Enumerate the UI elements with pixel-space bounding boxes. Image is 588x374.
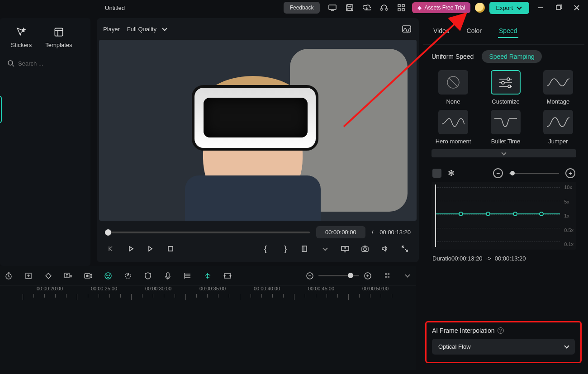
preset-hero[interactable]: Hero moment — [432, 110, 474, 145]
svg-rect-7 — [398, 9, 400, 11]
speed-ramping-button[interactable]: Speed Ramping — [482, 50, 541, 63]
titlebar: Untitled Feedback ◆ Assets Free Trial Ex… — [0, 0, 588, 15]
search-input[interactable] — [18, 60, 94, 67]
speed-ramp-graph[interactable]: 10x 5x 1x 0.5x 0.1x — [432, 182, 576, 250]
feedback-button[interactable]: Feedback — [284, 2, 320, 14]
svg-rect-14 — [302, 246, 307, 251]
expand-presets[interactable] — [432, 149, 576, 157]
export-button[interactable]: Export — [489, 2, 529, 14]
display-out-icon[interactable] — [339, 243, 351, 255]
quality-value: Full Quality — [127, 26, 156, 33]
window-minimize[interactable] — [534, 1, 547, 14]
stopwatch-icon[interactable] — [4, 271, 14, 281]
apps-grid-icon[interactable] — [395, 1, 408, 14]
prev-frame-button[interactable] — [105, 243, 117, 255]
volume-icon[interactable] — [379, 243, 391, 255]
preset-hero-label: Hero moment — [436, 138, 471, 145]
ramp-key-1[interactable] — [459, 212, 463, 216]
assets-trial-button[interactable]: ◆ Assets Free Trial — [412, 2, 470, 13]
help-icon[interactable]: ? — [498, 327, 504, 334]
scope-icon[interactable] — [401, 23, 413, 35]
time-total: 00:00:13:20 — [379, 229, 411, 236]
scrub-playhead[interactable] — [105, 229, 111, 236]
freeze-frame-icon[interactable]: ✻ — [448, 168, 455, 178]
screen-icon[interactable] — [326, 1, 339, 14]
video-preview[interactable] — [99, 40, 417, 221]
scrub-track[interactable] — [105, 232, 310, 233]
tab-templates[interactable]: Templates — [45, 26, 72, 48]
cloud-down-icon[interactable] — [360, 1, 373, 14]
zoom-out-graph[interactable]: − — [493, 168, 503, 178]
graph-zoom-slider[interactable] — [509, 173, 559, 174]
zoom-out-timeline[interactable] — [305, 271, 315, 281]
ramp-key-4[interactable] — [539, 212, 544, 216]
svg-rect-1 — [346, 5, 353, 11]
quality-select[interactable]: Full Quality — [127, 26, 166, 33]
zoom-slider[interactable] — [318, 275, 359, 276]
keyframe-diamond-icon[interactable] — [43, 271, 53, 281]
duration-row: Duratio00:00:13:20 -> 00:00:13:20 — [423, 250, 584, 267]
graph-playhead[interactable] — [435, 185, 436, 247]
zoom-in-graph[interactable]: + — [565, 168, 575, 178]
svg-rect-13 — [168, 246, 173, 251]
time-current: 00:00:00:00 — [316, 226, 365, 238]
zoom-slider-head[interactable] — [348, 273, 353, 278]
tab-stickers[interactable]: Stickers — [11, 26, 32, 48]
ruler-label: 00:00:45:00 — [308, 286, 334, 291]
fit-width-icon[interactable] — [223, 271, 232, 281]
export-label: Export — [496, 5, 513, 11]
fullscreen-icon[interactable] — [399, 243, 411, 255]
headset-icon[interactable] — [378, 1, 390, 14]
shield-icon[interactable] — [143, 271, 153, 281]
chevron-down-icon[interactable] — [319, 243, 331, 255]
window-close[interactable] — [570, 1, 583, 14]
graph-y-ticks: 10x 5x 1x 0.5x 0.1x — [564, 185, 574, 247]
preset-bullet[interactable]: Bullet Time — [485, 110, 526, 145]
play-button[interactable] — [125, 243, 137, 255]
timeline-ruler[interactable]: 00:00:20:0000:00:25:0000:00:30:0000:00:3… — [0, 286, 416, 300]
play-forward-button[interactable] — [145, 243, 156, 255]
crop-fit-icon[interactable] — [24, 271, 33, 281]
track-layout-icon[interactable] — [383, 271, 393, 281]
svg-rect-2 — [348, 8, 351, 10]
mic-icon[interactable] — [163, 271, 173, 281]
uniform-speed-button[interactable]: Uniform Speed — [432, 53, 474, 60]
stop-button[interactable] — [165, 243, 176, 255]
preset-jumper[interactable]: Jumper — [537, 110, 579, 145]
window-maximize[interactable] — [552, 1, 565, 14]
zoom-in-timeline[interactable] — [363, 271, 373, 281]
record-cam-icon[interactable] — [83, 271, 93, 281]
mark-in-icon[interactable]: { — [260, 243, 271, 255]
ai-method-select[interactable]: Optical Flow — [432, 339, 575, 355]
save-icon[interactable] — [343, 1, 356, 14]
keyframe-toggle[interactable] — [432, 169, 441, 178]
tab-color[interactable]: Color — [466, 24, 483, 38]
text-tool-icon[interactable] — [63, 271, 73, 281]
preset-customize[interactable]: Customize — [485, 70, 526, 105]
crop-ratio-icon[interactable] — [299, 243, 311, 255]
svg-point-26 — [86, 275, 88, 277]
chevron-down-icon[interactable] — [403, 271, 413, 281]
preset-montage[interactable]: Montage — [537, 70, 579, 105]
ramp-key-3[interactable] — [513, 212, 517, 216]
svg-point-17 — [364, 248, 366, 251]
preset-jumper-label: Jumper — [548, 138, 568, 145]
magnet-cut-icon[interactable] — [203, 271, 213, 281]
ruler-label: 00:00:20:00 — [37, 286, 63, 291]
mark-out-icon[interactable]: } — [280, 243, 291, 255]
time-sep: / — [372, 229, 374, 236]
preset-none[interactable]: None — [432, 70, 474, 105]
svg-point-19 — [507, 78, 510, 80]
tab-video[interactable]: Video — [432, 24, 450, 38]
gem-icon: ◆ — [417, 5, 422, 11]
tab-speed[interactable]: Speed — [498, 24, 518, 38]
svg-rect-35 — [385, 273, 387, 275]
motion-icon[interactable] — [123, 271, 133, 281]
tick-5x: 5x — [564, 199, 574, 204]
theme-icon[interactable] — [475, 3, 485, 13]
face-smile-icon[interactable] — [103, 271, 113, 281]
ramp-key-2[interactable] — [486, 212, 490, 216]
svg-rect-38 — [388, 276, 389, 278]
tracks-icon[interactable] — [183, 271, 193, 281]
snapshot-icon[interactable] — [359, 243, 371, 255]
